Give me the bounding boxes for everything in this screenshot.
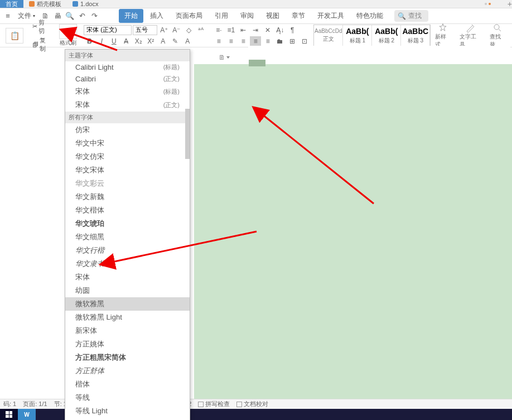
- tab-add-button[interactable]: +: [508, 0, 512, 8]
- tab-bar: 首页 稻壳模板 1.docx +: [0, 0, 512, 8]
- tab-indicators: [485, 3, 491, 5]
- font-option[interactable]: 华文仿宋: [65, 150, 190, 163]
- borders-button[interactable]: ⊞: [287, 36, 298, 46]
- sub-button[interactable]: X₂: [133, 36, 144, 46]
- text-snippet[interactable]: [249, 60, 265, 66]
- new-style-button[interactable]: 新样式: [431, 23, 455, 49]
- status-spell[interactable]: 拼写检查: [198, 400, 230, 408]
- print-icon[interactable]: 🖶: [52, 11, 63, 22]
- font-scrollbar[interactable]: [185, 109, 190, 159]
- tab-doc[interactable]: 1.docx: [67, 0, 104, 8]
- outdent-button[interactable]: ⇤: [238, 25, 249, 35]
- highlight-button[interactable]: ✎: [170, 36, 181, 46]
- text-tools-button[interactable]: 文字工具: [455, 23, 485, 49]
- cut-button[interactable]: ✂ 剪切: [30, 18, 52, 36]
- bullets-button[interactable]: ≡·: [213, 25, 224, 35]
- tab-home[interactable]: 首页: [0, 0, 23, 8]
- font-option[interactable]: Calibri(正文): [65, 73, 190, 85]
- change-case-button[interactable]: ᵃᴬ: [195, 25, 206, 35]
- style-h2[interactable]: AaBb(标题 2: [372, 25, 401, 46]
- menu-icon[interactable]: ≡: [2, 11, 13, 22]
- sort-button[interactable]: Ą↓: [274, 25, 286, 35]
- font-header-all: 所有字体: [65, 112, 190, 123]
- style-h1[interactable]: AaBb(标题 1: [343, 25, 372, 46]
- font-option[interactable]: 微软雅黑 Light: [65, 311, 190, 324]
- undo-icon[interactable]: ↶: [76, 11, 88, 22]
- font-option[interactable]: 宋体(标题): [65, 85, 190, 98]
- align-left-button[interactable]: ≡: [213, 36, 224, 46]
- redo-icon[interactable]: ↷: [89, 11, 100, 22]
- start-button[interactable]: [0, 409, 18, 420]
- sup-button[interactable]: X²: [145, 36, 156, 46]
- copy-button[interactable]: 🗐 复制: [30, 36, 52, 54]
- arrow-1: [67, 31, 123, 55]
- border-line-button[interactable]: ⊡: [299, 36, 310, 46]
- font-option[interactable]: 楷体: [65, 378, 190, 391]
- menu-features[interactable]: 特色功能: [351, 9, 389, 23]
- clear-format-button[interactable]: ◇: [183, 25, 194, 35]
- tab-template[interactable]: 稻壳模板: [23, 0, 67, 8]
- font-option[interactable]: 等线: [65, 391, 190, 404]
- paste-button[interactable]: 📋: [6, 28, 23, 44]
- svg-line-6: [112, 231, 257, 262]
- template-icon: [29, 1, 35, 7]
- line-spacing-button[interactable]: ✕: [262, 25, 273, 35]
- menu-bar: ≡ 文件▾ 🗎 🖶 🔍 ↶ ↷ 开始 插入 页面布局 引用 审阅 视图 章节 开…: [0, 8, 512, 24]
- search-icon: 🔍: [398, 12, 406, 20]
- svg-line-4: [262, 114, 374, 204]
- menu-section[interactable]: 章节: [286, 9, 311, 23]
- font-option[interactable]: 华文宋体: [65, 163, 190, 177]
- show-marks-button[interactable]: ¶: [287, 25, 298, 35]
- increase-font-button[interactable]: A⁺: [158, 25, 170, 35]
- styles-gallery[interactable]: AaBbCcDd正文 AaBb(标题 1 AaBb(标题 2 AaBbC标题 3: [313, 25, 431, 47]
- font-option[interactable]: 华文新魏: [65, 190, 190, 204]
- svg-point-0: [494, 25, 499, 30]
- arrow-3: [106, 229, 262, 269]
- font-option[interactable]: 微软雅黑: [65, 297, 190, 311]
- align-center-button[interactable]: ≡: [225, 36, 236, 46]
- find-replace-button[interactable]: 查找替: [485, 23, 510, 49]
- font-option[interactable]: 等线 Light: [65, 404, 190, 418]
- menu-dev[interactable]: 开发工具: [312, 9, 350, 23]
- paragraph-group: ≡· ≡1 ⇤ ⇥ ✕ Ą↓ ¶ ≡ ≡ ≡ ≡ ≡ 🖿 ⊞ ⊡: [210, 24, 313, 47]
- status-doc-check[interactable]: 文档校对: [236, 400, 268, 408]
- distribute-button[interactable]: ≡: [262, 36, 273, 46]
- font-option[interactable]: 宋体(正文): [65, 98, 190, 112]
- font-option[interactable]: 方正姚体: [65, 337, 190, 351]
- shading-button[interactable]: 🖿: [274, 36, 286, 46]
- font-option[interactable]: 幼圆: [65, 284, 190, 297]
- font-option[interactable]: 仿宋: [65, 123, 190, 137]
- font-color-button[interactable]: A: [157, 36, 168, 46]
- menu-start[interactable]: 开始: [119, 9, 143, 23]
- ruler-corner: [499, 46, 509, 54]
- font-option[interactable]: Calibri Light(标题): [65, 61, 190, 73]
- numbering-button[interactable]: ≡1: [225, 25, 236, 35]
- font-option[interactable]: 华文中宋: [65, 137, 190, 150]
- search-box[interactable]: 🔍查找: [394, 10, 428, 22]
- font-option[interactable]: 华文彩云: [65, 177, 190, 190]
- style-h3[interactable]: AaBbC标题 3: [401, 25, 430, 46]
- align-right-button[interactable]: ≡: [238, 36, 249, 46]
- font-option[interactable]: 方正舒体: [65, 364, 190, 378]
- size-input[interactable]: [133, 25, 157, 35]
- font-option[interactable]: 隶书: [65, 418, 190, 420]
- menu-layout[interactable]: 页面布局: [170, 9, 208, 23]
- ruler-horizontal[interactable]: [248, 46, 510, 54]
- justify-button[interactable]: ≡: [250, 36, 261, 46]
- menu-review[interactable]: 审阅: [235, 9, 259, 23]
- preview-icon[interactable]: 🔍: [64, 11, 75, 22]
- font-option[interactable]: 宋体: [65, 271, 190, 284]
- indent-button[interactable]: ⇥: [250, 25, 261, 35]
- font-option[interactable]: 华文楷体: [65, 204, 190, 217]
- style-normal[interactable]: AaBbCcDd正文: [314, 25, 343, 46]
- status-page: 页面: 1/1: [23, 400, 47, 408]
- font-effect-button[interactable]: A: [182, 36, 193, 46]
- doc-marker[interactable]: 🗎: [220, 54, 228, 61]
- menu-insert[interactable]: 插入: [144, 9, 169, 23]
- font-option[interactable]: 方正粗黑宋简体: [65, 351, 190, 364]
- decrease-font-button[interactable]: A⁻: [171, 25, 182, 35]
- wps-taskbar-button[interactable]: W: [18, 409, 36, 420]
- font-option[interactable]: 新宋体: [65, 324, 190, 337]
- menu-ref[interactable]: 引用: [209, 9, 234, 23]
- menu-view[interactable]: 视图: [260, 9, 285, 23]
